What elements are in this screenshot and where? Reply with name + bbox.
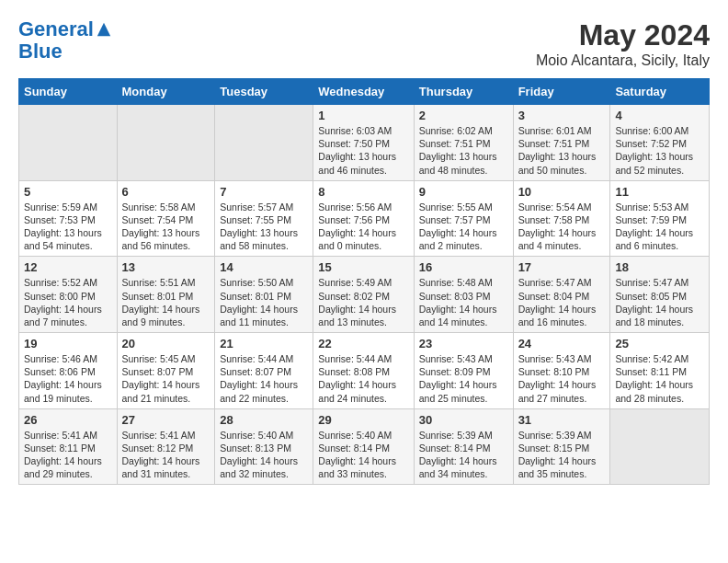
day-number: 9: [419, 185, 508, 199]
header-cell-thursday: Thursday: [414, 79, 513, 105]
day-number: 30: [419, 413, 508, 427]
day-number: 16: [419, 260, 508, 274]
logo: General Blue: [18, 18, 112, 63]
day-info: Sunrise: 6:01 AM Sunset: 7:51 PM Dayligh…: [518, 124, 606, 177]
calendar-cell: 29Sunrise: 5:40 AM Sunset: 8:14 PM Dayli…: [313, 408, 414, 485]
calendar-cell: 7Sunrise: 5:57 AM Sunset: 7:55 PM Daylig…: [215, 180, 313, 257]
logo-text: General: [18, 18, 94, 40]
main-title: May 2024: [536, 18, 710, 52]
calendar-cell: 25Sunrise: 5:42 AM Sunset: 8:11 PM Dayli…: [610, 333, 710, 409]
day-number: 24: [518, 337, 606, 350]
day-number: 3: [518, 109, 606, 122]
day-info: Sunrise: 5:52 AM Sunset: 8:00 PM Dayligh…: [24, 276, 112, 328]
calendar-cell: 5Sunrise: 5:59 AM Sunset: 7:53 PM Daylig…: [19, 180, 118, 257]
calendar-cell: 17Sunrise: 5:47 AM Sunset: 8:04 PM Dayli…: [513, 257, 610, 333]
calendar-cell: 14Sunrise: 5:50 AM Sunset: 8:01 PM Dayli…: [215, 257, 313, 333]
day-number: 18: [615, 260, 704, 274]
day-info: Sunrise: 6:03 AM Sunset: 7:50 PM Dayligh…: [318, 124, 408, 177]
day-number: 11: [615, 185, 704, 199]
day-number: 23: [419, 337, 508, 350]
day-info: Sunrise: 5:41 AM Sunset: 8:11 PM Dayligh…: [24, 429, 112, 481]
subtitle: Moio Alcantara, Sicily, Italy: [536, 52, 710, 69]
day-number: 5: [24, 185, 112, 199]
calendar-cell: 27Sunrise: 5:41 AM Sunset: 8:12 PM Dayli…: [117, 408, 215, 485]
day-info: Sunrise: 5:40 AM Sunset: 8:14 PM Dayligh…: [318, 429, 408, 481]
svg-marker-0: [97, 23, 110, 36]
day-info: Sunrise: 5:50 AM Sunset: 8:01 PM Dayligh…: [220, 276, 308, 328]
day-info: Sunrise: 5:43 AM Sunset: 8:09 PM Dayligh…: [419, 352, 508, 405]
day-number: 19: [24, 337, 112, 350]
calendar-cell: 8Sunrise: 5:56 AM Sunset: 7:56 PM Daylig…: [313, 180, 414, 257]
calendar-week-row: 1Sunrise: 6:03 AM Sunset: 7:50 PM Daylig…: [19, 105, 710, 181]
day-info: Sunrise: 5:47 AM Sunset: 8:05 PM Dayligh…: [615, 276, 704, 328]
day-number: 25: [615, 337, 704, 350]
day-number: 29: [318, 413, 408, 427]
title-section: May 2024 Moio Alcantara, Sicily, Italy: [536, 18, 710, 69]
calendar-table: SundayMondayTuesdayWednesdayThursdayFrid…: [18, 78, 710, 485]
day-number: 26: [24, 413, 112, 427]
calendar-cell: 26Sunrise: 5:41 AM Sunset: 8:11 PM Dayli…: [19, 408, 118, 485]
day-info: Sunrise: 5:53 AM Sunset: 7:59 PM Dayligh…: [615, 201, 704, 253]
calendar-cell: [610, 408, 710, 485]
day-number: 12: [24, 260, 112, 274]
day-info: Sunrise: 5:47 AM Sunset: 8:04 PM Dayligh…: [518, 276, 606, 328]
calendar-cell: 15Sunrise: 5:49 AM Sunset: 8:02 PM Dayli…: [313, 257, 414, 333]
day-info: Sunrise: 5:45 AM Sunset: 8:07 PM Dayligh…: [122, 352, 210, 405]
calendar-cell: 6Sunrise: 5:58 AM Sunset: 7:54 PM Daylig…: [117, 180, 215, 257]
header-cell-tuesday: Tuesday: [215, 79, 313, 105]
day-info: Sunrise: 5:39 AM Sunset: 8:14 PM Dayligh…: [419, 429, 508, 481]
day-number: 8: [318, 185, 408, 199]
day-number: 17: [518, 260, 606, 274]
calendar-cell: 16Sunrise: 5:48 AM Sunset: 8:03 PM Dayli…: [414, 257, 513, 333]
day-info: Sunrise: 5:49 AM Sunset: 8:02 PM Dayligh…: [318, 276, 408, 328]
calendar-week-row: 26Sunrise: 5:41 AM Sunset: 8:11 PM Dayli…: [19, 408, 710, 485]
calendar-cell: 22Sunrise: 5:44 AM Sunset: 8:08 PM Dayli…: [313, 333, 414, 409]
calendar-week-row: 19Sunrise: 5:46 AM Sunset: 8:06 PM Dayli…: [19, 333, 710, 409]
header-cell-sunday: Sunday: [19, 79, 118, 105]
calendar-cell: 10Sunrise: 5:54 AM Sunset: 7:58 PM Dayli…: [513, 180, 610, 257]
day-info: Sunrise: 5:59 AM Sunset: 7:53 PM Dayligh…: [24, 201, 112, 253]
day-number: 1: [318, 109, 408, 122]
day-number: 7: [220, 185, 308, 199]
day-number: 6: [122, 185, 210, 199]
day-info: Sunrise: 5:58 AM Sunset: 7:54 PM Dayligh…: [122, 201, 210, 253]
day-info: Sunrise: 5:44 AM Sunset: 8:07 PM Dayligh…: [220, 352, 308, 405]
day-number: 13: [122, 260, 210, 274]
calendar-cell: [215, 105, 313, 181]
day-info: Sunrise: 5:40 AM Sunset: 8:13 PM Dayligh…: [220, 429, 308, 481]
day-number: 14: [220, 260, 308, 274]
day-number: 20: [122, 337, 210, 350]
day-number: 31: [518, 413, 606, 427]
calendar-cell: 1Sunrise: 6:03 AM Sunset: 7:50 PM Daylig…: [313, 105, 414, 181]
calendar-cell: 30Sunrise: 5:39 AM Sunset: 8:14 PM Dayli…: [414, 408, 513, 485]
header-cell-wednesday: Wednesday: [313, 79, 414, 105]
day-info: Sunrise: 5:39 AM Sunset: 8:15 PM Dayligh…: [518, 429, 606, 481]
day-info: Sunrise: 5:43 AM Sunset: 8:10 PM Dayligh…: [518, 352, 606, 405]
day-info: Sunrise: 5:48 AM Sunset: 8:03 PM Dayligh…: [419, 276, 508, 328]
day-info: Sunrise: 6:02 AM Sunset: 7:51 PM Dayligh…: [419, 124, 508, 177]
header-cell-monday: Monday: [117, 79, 215, 105]
day-info: Sunrise: 5:46 AM Sunset: 8:06 PM Dayligh…: [24, 352, 112, 405]
day-number: 15: [318, 260, 408, 274]
calendar-cell: 20Sunrise: 5:45 AM Sunset: 8:07 PM Dayli…: [117, 333, 215, 409]
calendar-cell: 9Sunrise: 5:55 AM Sunset: 7:57 PM Daylig…: [414, 180, 513, 257]
header-cell-saturday: Saturday: [610, 79, 710, 105]
calendar-cell: 18Sunrise: 5:47 AM Sunset: 8:05 PM Dayli…: [610, 257, 710, 333]
calendar-cell: 2Sunrise: 6:02 AM Sunset: 7:51 PM Daylig…: [414, 105, 513, 181]
day-info: Sunrise: 5:51 AM Sunset: 8:01 PM Dayligh…: [122, 276, 210, 328]
calendar-week-row: 12Sunrise: 5:52 AM Sunset: 8:00 PM Dayli…: [19, 257, 710, 333]
day-info: Sunrise: 5:41 AM Sunset: 8:12 PM Dayligh…: [122, 429, 210, 481]
calendar-cell: 28Sunrise: 5:40 AM Sunset: 8:13 PM Dayli…: [215, 408, 313, 485]
calendar-cell: 12Sunrise: 5:52 AM Sunset: 8:00 PM Dayli…: [19, 257, 118, 333]
calendar-cell: 23Sunrise: 5:43 AM Sunset: 8:09 PM Dayli…: [414, 333, 513, 409]
header-cell-friday: Friday: [513, 79, 610, 105]
logo-icon: [96, 21, 112, 38]
calendar-cell: 11Sunrise: 5:53 AM Sunset: 7:59 PM Dayli…: [610, 180, 710, 257]
calendar-cell: 31Sunrise: 5:39 AM Sunset: 8:15 PM Dayli…: [513, 408, 610, 485]
day-number: 21: [220, 337, 308, 350]
header-row: SundayMondayTuesdayWednesdayThursdayFrid…: [19, 79, 710, 105]
calendar-cell: 21Sunrise: 5:44 AM Sunset: 8:07 PM Dayli…: [215, 333, 313, 409]
calendar-cell: 19Sunrise: 5:46 AM Sunset: 8:06 PM Dayli…: [19, 333, 118, 409]
page-header: General Blue May 2024 Moio Alcantara, Si…: [18, 18, 710, 69]
calendar-cell: 13Sunrise: 5:51 AM Sunset: 8:01 PM Dayli…: [117, 257, 215, 333]
